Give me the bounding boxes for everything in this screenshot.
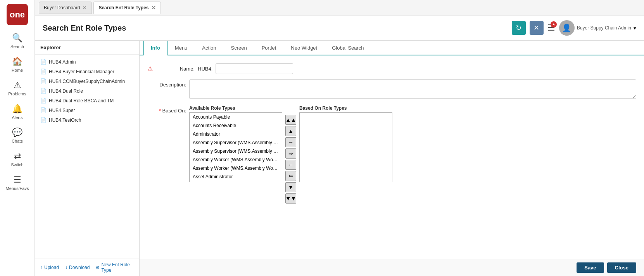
avatar-icon: 👤 bbox=[562, 23, 571, 33]
tab-portlet[interactable]: Portlet bbox=[254, 41, 284, 55]
new-ent-role-link[interactable]: ⊕ New Ent Role Type bbox=[96, 262, 134, 273]
content-area: Explorer 📄 HUB4.Admin 📄 HUB4.Buyer Finan… bbox=[35, 41, 644, 276]
file-icon: 📄 bbox=[40, 117, 47, 123]
tab-action[interactable]: Action bbox=[195, 41, 223, 55]
list-item[interactable]: Accounts Payable bbox=[190, 113, 282, 121]
list-item[interactable]: 📄 HUB4.Admin bbox=[35, 57, 139, 67]
refresh-button[interactable]: ↻ bbox=[512, 21, 526, 35]
add-button[interactable]: → bbox=[285, 137, 296, 147]
list-item[interactable]: Accounts Receivable bbox=[190, 121, 282, 130]
transfer-buttons: ▲▲ ▲ → ⇒ ← ⇐ ▼ ▼▼ bbox=[285, 115, 296, 204]
sidebar-item-menus[interactable]: ☰ Menus/Favs bbox=[0, 171, 35, 195]
close-header-button[interactable]: ✕ bbox=[530, 21, 544, 35]
header-actions: ↻ ✕ ☰ ★ 👤 Buyer Suppy Chain Admin ▾ bbox=[512, 20, 636, 36]
tab-close-search-ent[interactable]: ✕ bbox=[151, 5, 156, 11]
tab-screen[interactable]: Screen bbox=[224, 41, 254, 55]
tab-search-ent-role[interactable]: Search Ent Role Types ✕ bbox=[93, 2, 161, 14]
list-item[interactable]: Assembly Supervisor (WMS.Assembly Supe..… bbox=[190, 147, 282, 155]
explorer-list: 📄 HUB4.Admin 📄 HUB4.Buyer Financial Mana… bbox=[35, 55, 139, 259]
save-button[interactable]: Save bbox=[577, 262, 604, 273]
file-icon: 📄 bbox=[40, 88, 47, 94]
role-types-container: Available Role Types Accounts Payable Ac… bbox=[189, 105, 392, 204]
move-bottom-button[interactable]: ▼▼ bbox=[285, 193, 296, 204]
user-avatar-area[interactable]: 👤 Buyer Suppy Chain Admin ▾ bbox=[559, 20, 636, 36]
tab-close-buyer-dashboard[interactable]: ✕ bbox=[82, 5, 87, 11]
move-up-button[interactable]: ▲ bbox=[285, 126, 296, 136]
based-on-role-wrapper: Based On Role Types bbox=[299, 105, 392, 182]
move-down-button[interactable]: ▼ bbox=[285, 182, 296, 192]
move-top-button[interactable]: ▲▲ bbox=[285, 115, 296, 125]
description-wrapper bbox=[189, 79, 636, 100]
name-input[interactable] bbox=[216, 63, 293, 74]
file-icon: 📄 bbox=[40, 69, 47, 74]
file-icon: 📄 bbox=[40, 59, 47, 65]
chat-icon: 💬 bbox=[12, 128, 22, 138]
close-button[interactable]: Close bbox=[607, 262, 636, 273]
description-input[interactable] bbox=[189, 79, 636, 99]
tab-global-search[interactable]: Global Search bbox=[325, 41, 371, 55]
list-item[interactable]: Asset Administrator bbox=[190, 172, 282, 181]
bottom-bar: Save Close bbox=[140, 259, 644, 276]
download-icon: ↓ bbox=[65, 265, 67, 270]
list-item[interactable]: Assembly Worker (WMS.Assembly Worker) bbox=[190, 164, 282, 172]
download-link[interactable]: ↓ Download bbox=[65, 262, 90, 273]
switch-icon: ⇄ bbox=[14, 151, 21, 161]
file-icon: 📄 bbox=[40, 78, 47, 84]
sidebar-item-problems[interactable]: ⚠ Problems bbox=[0, 76, 35, 100]
tab-buyer-dashboard[interactable]: Buyer Dashboard ✕ bbox=[39, 2, 92, 14]
list-item[interactable]: 📄 HUB4.CCMBuyerSupplyChainAdmin bbox=[35, 76, 139, 86]
header-menu-button[interactable]: ☰ ★ bbox=[547, 23, 555, 33]
tab-neo-widget[interactable]: Neo Widget bbox=[283, 41, 325, 55]
app-logo[interactable]: one bbox=[7, 4, 28, 25]
notification-badge: ★ bbox=[551, 21, 557, 28]
required-warning-icon: ⚠ bbox=[147, 65, 153, 72]
sidebar-item-search[interactable]: 🔍 Search bbox=[0, 29, 35, 53]
bell-icon: 🔔 bbox=[12, 104, 22, 114]
tab-menu[interactable]: Menu bbox=[167, 41, 195, 55]
list-item[interactable]: 📄 HUB4.TestOrch bbox=[35, 115, 139, 125]
available-role-wrapper: Available Role Types Accounts Payable Ac… bbox=[189, 105, 282, 182]
plus-icon: ⊕ bbox=[96, 265, 100, 270]
list-item[interactable]: 📄 HUB4.Buyer Financial Manager bbox=[35, 67, 139, 76]
list-item[interactable]: Assembly Worker (WMS.Assembly Worker) bbox=[190, 155, 282, 164]
sidebar-item-alerts[interactable]: 🔔 Alerts bbox=[0, 100, 35, 124]
description-label: Description: bbox=[147, 82, 186, 88]
remove-button[interactable]: ← bbox=[285, 160, 296, 170]
name-row: ⚠ Name: HUB4. bbox=[147, 63, 636, 74]
page-title: Search Ent Role Types bbox=[43, 24, 126, 33]
list-item[interactable]: 📄 HUB4.Dual Role BSCA and TM bbox=[35, 96, 139, 105]
sidebar-item-chats[interactable]: 💬 Chats bbox=[0, 124, 35, 147]
page-header: Search Ent Role Types ↻ ✕ ☰ ★ 👤 Buyer Su… bbox=[35, 16, 644, 41]
upload-link[interactable]: ↑ Upload bbox=[40, 262, 59, 273]
available-role-header: Available Role Types bbox=[189, 105, 282, 111]
list-item[interactable]: Administrator bbox=[190, 130, 282, 138]
tab-info[interactable]: Info bbox=[143, 41, 167, 55]
list-item[interactable]: 📄 HUB4.Dual Role bbox=[35, 86, 139, 96]
main-area: Buyer Dashboard ✕ Search Ent Role Types … bbox=[35, 0, 644, 276]
upload-icon: ↑ bbox=[40, 265, 43, 270]
based-on-role-listbox[interactable] bbox=[299, 112, 392, 182]
sidebar-item-switch[interactable]: ⇄ Switch bbox=[0, 147, 35, 171]
home-icon: 🏠 bbox=[12, 57, 22, 67]
explorer-footer: ↑ Upload ↓ Download ⊕ New Ent Role Type bbox=[35, 259, 139, 276]
user-name: Buyer Suppy Chain Admin bbox=[577, 25, 631, 31]
search-icon: 🔍 bbox=[12, 33, 22, 43]
remove-all-button[interactable]: ⇐ bbox=[285, 171, 296, 181]
menu-icon: ☰ bbox=[14, 175, 21, 185]
name-label: Name: bbox=[156, 66, 195, 72]
add-all-button[interactable]: ⇒ bbox=[285, 148, 296, 159]
file-icon: 📄 bbox=[40, 98, 47, 104]
dropdown-icon: ▾ bbox=[634, 25, 636, 31]
based-on-row: Based On: Available Role Types Accounts … bbox=[147, 105, 636, 204]
sidebar-item-home[interactable]: 🏠 Home bbox=[0, 53, 35, 76]
avatar: 👤 bbox=[559, 20, 575, 36]
explorer-panel: Explorer 📄 HUB4.Admin 📄 HUB4.Buyer Finan… bbox=[35, 41, 140, 276]
form-area: ⚠ Name: HUB4. Description: Based On: bbox=[140, 55, 644, 259]
list-item[interactable]: Assembly Supervisor (WMS.Assembly Supe..… bbox=[190, 138, 282, 147]
file-icon: 📄 bbox=[40, 107, 47, 113]
available-role-listbox[interactable]: Accounts Payable Accounts Receivable Adm… bbox=[189, 112, 282, 182]
list-item[interactable]: 📄 HUB4.Super bbox=[35, 105, 139, 115]
explorer-header: Explorer bbox=[35, 41, 139, 55]
warning-icon: ⚠ bbox=[14, 80, 21, 90]
right-panel: Info Menu Action Screen Portlet Neo Widg… bbox=[140, 41, 644, 276]
